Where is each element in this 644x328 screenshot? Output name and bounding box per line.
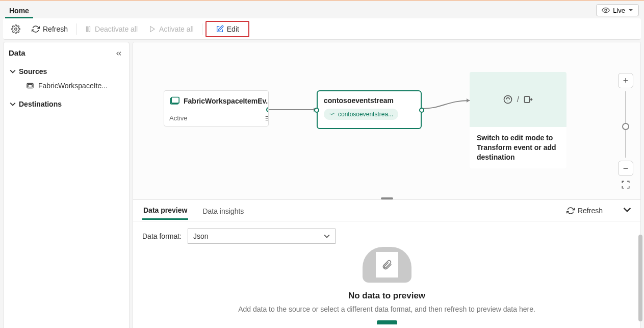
- chevron-down-icon: [10, 68, 16, 74]
- node-destination[interactable]: / Switch to edit mode to Transform event…: [470, 72, 566, 168]
- zoom-in-button[interactable]: +: [618, 73, 633, 88]
- zoom-fit-button[interactable]: [620, 179, 631, 190]
- live-mode-button[interactable]: Live: [596, 4, 639, 16]
- stream-node-title: contosoeventstream: [324, 96, 415, 105]
- data-format-value: Json: [193, 232, 209, 240]
- live-mode-label: Live: [613, 7, 625, 14]
- sidebar-title: Data: [9, 48, 124, 57]
- svg-rect-2: [87, 27, 88, 31]
- panel-resize-handle[interactable]: [381, 197, 393, 199]
- deactivate-all-button[interactable]: Deactivate all: [80, 22, 143, 36]
- stream-icon: [329, 111, 335, 117]
- slash-separator: /: [517, 95, 519, 104]
- stream-chip[interactable]: contosoeventstrea...: [324, 109, 398, 120]
- tab-data-insights[interactable]: Data insights: [201, 202, 245, 219]
- refresh-icon: [32, 25, 40, 33]
- source-item-label: FabricWorkspaceIte...: [38, 82, 108, 90]
- node-eventstream[interactable]: contosoeventstream contosoeventstrea...: [317, 90, 422, 129]
- workspace-icon: [169, 96, 179, 106]
- zoom-slider[interactable]: [625, 91, 626, 158]
- gear-icon: [11, 24, 20, 34]
- input-port[interactable]: [314, 108, 319, 113]
- svg-rect-15: [525, 96, 530, 103]
- chevron-down-icon: [623, 206, 631, 214]
- destinations-label: Destinations: [19, 100, 62, 108]
- edit-button[interactable]: Edit: [209, 23, 246, 35]
- pause-icon: [85, 26, 92, 33]
- chevron-double-left-icon: [115, 49, 123, 58]
- dest-placeholder-top: /: [470, 72, 566, 127]
- panel-collapse-button[interactable]: [623, 206, 631, 216]
- svg-rect-10: [171, 97, 179, 104]
- paperclip-icon: [381, 256, 393, 273]
- edit-button-highlight: Edit: [205, 21, 249, 37]
- caret-down-icon: [628, 8, 633, 13]
- preview-refresh-button[interactable]: Refresh: [566, 207, 603, 215]
- tab-data-preview[interactable]: Data preview: [142, 201, 188, 220]
- fit-icon: [621, 180, 630, 189]
- output-icon: [523, 94, 533, 105]
- preview-refresh-label: Refresh: [578, 207, 603, 215]
- svg-marker-4: [150, 26, 154, 32]
- ribbon-toolbar: Refresh Deactivate all Activate all Edit: [3, 18, 641, 40]
- no-data-illustration: [363, 247, 411, 283]
- edit-label: Edit: [227, 25, 239, 33]
- refresh-icon: [566, 207, 575, 215]
- ribbon-separator: [76, 23, 76, 35]
- zoom-thumb[interactable]: [622, 123, 629, 130]
- svg-rect-6: [28, 84, 32, 87]
- activate-all-button[interactable]: Activate all: [144, 22, 199, 36]
- vertical-scrollbar[interactable]: [638, 235, 642, 321]
- bottom-panel: Data preview Data insights Refresh Data …: [133, 199, 640, 328]
- source-node-title: FabricWorkspaceItemEv...: [184, 97, 269, 105]
- svg-point-0: [605, 9, 607, 11]
- svg-point-14: [504, 96, 511, 104]
- node-source[interactable]: FabricWorkspaceItemEv... Active: [164, 90, 269, 127]
- action-button-peek[interactable]: [377, 320, 397, 324]
- output-port[interactable]: [266, 107, 269, 112]
- svg-rect-3: [89, 27, 90, 31]
- refresh-button[interactable]: Refresh: [27, 22, 73, 36]
- top-bar: Home Live: [0, 0, 644, 18]
- source-item-fabric[interactable]: FabricWorkspaceIte...: [9, 79, 124, 93]
- zoom-out-button[interactable]: −: [618, 161, 633, 176]
- stream-chip-label: contosoeventstrea...: [338, 111, 393, 118]
- play-icon: [149, 26, 156, 33]
- ribbon-separator: [202, 23, 202, 35]
- transform-icon: [503, 94, 513, 105]
- settings-button[interactable]: [6, 21, 25, 37]
- data-format-label: Data format:: [142, 232, 182, 240]
- edge-stream-to-dest: [422, 98, 470, 114]
- tab-home[interactable]: Home: [5, 4, 33, 18]
- data-sidebar: Data Sources FabricWorkspaceIte... Desti…: [3, 42, 130, 328]
- menu-icon[interactable]: [265, 115, 269, 122]
- edit-icon: [216, 25, 224, 33]
- source-node-status: Active: [169, 114, 187, 122]
- output-port[interactable]: [419, 108, 424, 113]
- data-format-select[interactable]: Json: [188, 229, 336, 244]
- workspace-icon: [26, 82, 34, 90]
- eye-icon: [602, 6, 610, 14]
- deactivate-all-label: Deactivate all: [95, 25, 138, 33]
- chevron-down-icon: [10, 101, 16, 107]
- activate-all-label: Activate all: [159, 25, 194, 33]
- no-data-title: No data to preview: [142, 291, 631, 301]
- zoom-controls: + −: [618, 73, 633, 190]
- sources-tree-header[interactable]: Sources: [9, 64, 124, 79]
- chevron-down-icon: [324, 233, 330, 239]
- edge-source-to-stream: [269, 107, 317, 113]
- collapse-sidebar-button[interactable]: [115, 49, 123, 60]
- no-data-subtitle: Add data to the source or select a diffe…: [142, 305, 631, 313]
- destinations-tree-header[interactable]: Destinations: [9, 97, 124, 111]
- canvas[interactable]: FabricWorkspaceItemEv... Active contosoe…: [133, 42, 640, 199]
- sources-label: Sources: [19, 67, 47, 75]
- dest-hint-text: Switch to edit mode to Transform event o…: [470, 127, 566, 168]
- refresh-label: Refresh: [43, 25, 68, 33]
- svg-point-1: [15, 28, 17, 30]
